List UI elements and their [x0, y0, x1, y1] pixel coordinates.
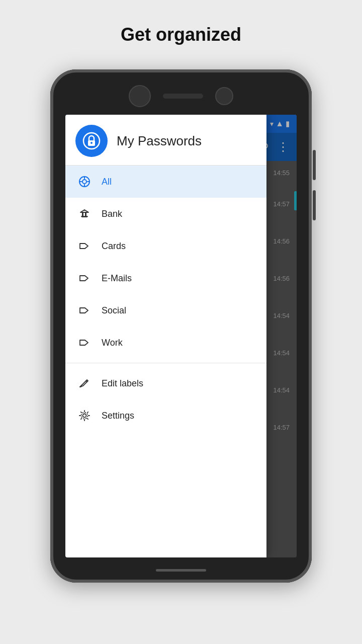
- screen: 2:59 ▾ ▲ ▮ ⚲ ⋮ 14:55 14:57 14:56 14:56 1…: [65, 115, 297, 557]
- speaker: [163, 94, 203, 99]
- menu-item-work[interactable]: Work: [65, 327, 266, 359]
- navigation-drawer: My Passwords: [65, 115, 266, 557]
- svg-point-4: [82, 180, 86, 184]
- phone-bottom: [50, 557, 312, 583]
- page-wrapper: Get organized 2:59 ▾ ▲ ▮ ⚲: [0, 0, 362, 644]
- work-icon: [77, 336, 92, 350]
- all-icon: [77, 175, 92, 189]
- menu-label-social: Social: [102, 305, 126, 316]
- menu-label-cards: Cards: [102, 241, 126, 252]
- camera-area: [50, 69, 312, 115]
- menu-label-emails: E-Mails: [102, 273, 132, 284]
- gear-icon: [77, 409, 92, 423]
- front-camera: [129, 85, 151, 107]
- volume-button-down: [313, 190, 316, 220]
- drawer-app-title: My Passwords: [117, 133, 202, 149]
- menu-item-emails[interactable]: E-Mails: [65, 262, 266, 294]
- svg-point-2: [90, 142, 93, 144]
- menu-item-social[interactable]: Social: [65, 294, 266, 327]
- menu-item-bank[interactable]: Bank: [65, 198, 266, 230]
- cards-icon: [77, 239, 92, 253]
- menu-item-edit-labels[interactable]: Edit labels: [65, 367, 266, 399]
- emails-icon: [77, 271, 92, 285]
- page-title: Get organized: [121, 24, 241, 45]
- drawer-header: My Passwords: [65, 115, 266, 166]
- menu-item-settings[interactable]: Settings: [65, 399, 266, 432]
- svg-rect-10: [82, 212, 83, 216]
- app-logo: [75, 125, 108, 157]
- svg-point-12: [83, 414, 86, 418]
- volume-button-up: [313, 150, 316, 180]
- drawer-menu: All Bank: [65, 166, 266, 557]
- home-indicator: [156, 569, 206, 572]
- divider: [65, 363, 266, 363]
- menu-label-work: Work: [102, 338, 123, 348]
- svg-point-13: [81, 413, 88, 419]
- menu-item-all[interactable]: All: [65, 166, 266, 198]
- menu-label-bank: Bank: [102, 209, 122, 219]
- menu-label-edit-labels: Edit labels: [102, 378, 143, 389]
- phone-shell: 2:59 ▾ ▲ ▮ ⚲ ⋮ 14:55 14:57 14:56 14:56 1…: [50, 69, 312, 583]
- menu-label-settings: Settings: [102, 411, 134, 421]
- bank-icon: [77, 207, 92, 221]
- svg-rect-11: [85, 212, 86, 216]
- pencil-icon: [77, 376, 92, 390]
- menu-item-cards[interactable]: Cards: [65, 230, 266, 262]
- social-icon: [77, 303, 92, 317]
- menu-label-all: All: [102, 177, 112, 187]
- sensor: [215, 87, 233, 105]
